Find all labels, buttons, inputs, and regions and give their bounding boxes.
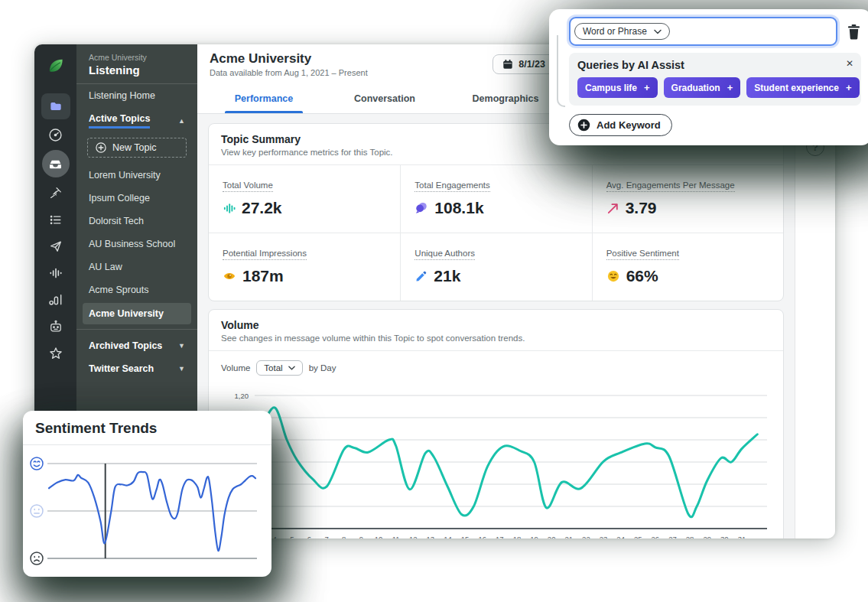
sidebar-topic[interactable]: AU Law	[76, 255, 197, 278]
svg-text:28: 28	[686, 535, 694, 539]
ai-assist-title: Queries by AI Assist	[577, 59, 853, 71]
trend-up-arrow-icon	[606, 202, 619, 215]
tab-demographics[interactable]: Demographics	[450, 84, 561, 113]
svg-text:7: 7	[324, 535, 328, 539]
metric-value: 66%	[626, 267, 658, 285]
svg-text:12: 12	[409, 535, 418, 539]
sidebar-topic-selected[interactable]: Acme University	[83, 303, 191, 324]
metric-unique-authors: Unique Authors 21k	[400, 233, 591, 301]
chevron-up-icon: ▲	[178, 117, 185, 125]
inbox-icon[interactable]	[42, 150, 70, 177]
volume-waveform-icon	[223, 202, 236, 215]
sentiment-line-chart	[28, 451, 263, 566]
plus-icon: +	[727, 82, 733, 93]
plus-icon: +	[846, 82, 852, 93]
list-icon[interactable]	[41, 207, 70, 233]
svg-text:13: 13	[427, 535, 435, 539]
product-title: Listening	[89, 63, 185, 76]
svg-text:11: 11	[392, 535, 400, 539]
volume-line-chart: 1,201,0080045678910111213141516171819202…	[221, 383, 772, 539]
svg-text:9: 9	[359, 535, 363, 539]
metric-value: 3.79	[626, 199, 657, 217]
chevron-down-icon: ▼	[178, 342, 185, 350]
happy-face-icon	[31, 457, 43, 470]
volume-metric-select[interactable]: Total	[256, 360, 302, 376]
add-keyword-button[interactable]: Add Keyword	[569, 114, 672, 136]
svg-text:17: 17	[496, 535, 504, 539]
metric-value: 27.2k	[242, 199, 282, 217]
svg-text:18: 18	[513, 535, 522, 539]
sidebar-header: Acme University Listening	[76, 44, 197, 84]
eye-icon	[223, 269, 236, 283]
ai-suggestion-chip[interactable]: Campus life +	[577, 77, 658, 98]
svg-text:4: 4	[273, 535, 277, 539]
volume-card: Volume See changes in message volume wit…	[208, 309, 784, 539]
tab-conversation[interactable]: Conversation	[329, 84, 441, 113]
new-topic-button[interactable]: New Topic	[87, 138, 187, 158]
svg-text:16: 16	[478, 535, 486, 539]
svg-text:23: 23	[600, 535, 608, 539]
chevron-down-icon	[288, 366, 295, 370]
neutral-face-icon	[31, 505, 43, 517]
keyword-builder-popup: Word or Phrase Queries by AI Assist ✕ Ca…	[549, 9, 868, 145]
data-availability: Data available from Aug 1, 2021 – Presen…	[210, 68, 368, 77]
svg-text:20: 20	[548, 535, 556, 539]
ai-suggestion-chip[interactable]: Graduation +	[664, 77, 741, 98]
sidebar-item-listening-home[interactable]: Listening Home	[76, 84, 197, 107]
close-icon[interactable]: ✕	[846, 58, 853, 69]
paper-plane-icon[interactable]	[41, 233, 70, 259]
svg-text:10: 10	[375, 535, 383, 539]
bar-chart-icon[interactable]	[41, 287, 70, 313]
folder-icon[interactable]	[41, 93, 70, 119]
svg-text:24: 24	[616, 535, 625, 539]
chevron-down-icon: ▼	[178, 365, 185, 373]
volume-control-label: Volume	[221, 363, 250, 373]
svg-text:30: 30	[720, 535, 729, 539]
metric-total-volume: Total Volume 27.2k	[209, 165, 400, 233]
svg-text:8: 8	[342, 535, 346, 539]
page-title: Acme University	[210, 51, 368, 67]
sidebar-topic[interactable]: AU Business School	[76, 233, 197, 255]
volume-subtitle: See changes in message volume within thi…	[221, 334, 771, 343]
metric-avg-engagements: Avg. Engagements Per Message 3.79	[592, 165, 783, 233]
sad-face-icon	[31, 552, 43, 565]
topic-summary-card: Topic Summary View key performance metri…	[208, 123, 784, 301]
robot-icon[interactable]	[41, 314, 70, 340]
section-archived-topics[interactable]: Archived Topics ▼	[76, 334, 197, 357]
svg-text:26: 26	[652, 535, 660, 539]
calendar-icon	[502, 59, 513, 70]
svg-text:15: 15	[461, 535, 470, 539]
volume-title: Volume	[221, 319, 771, 331]
svg-text:22: 22	[582, 535, 590, 539]
section-twitter-search[interactable]: Twitter Search ▼	[76, 357, 197, 380]
star-icon[interactable]	[41, 340, 70, 366]
gauge-icon[interactable]	[41, 122, 70, 148]
smiley-icon	[606, 269, 620, 283]
chat-bubbles-icon	[414, 201, 428, 215]
svg-text:19: 19	[530, 535, 538, 539]
section-active-topics[interactable]: Active Topics ▲	[76, 107, 197, 135]
date-range-button[interactable]: 8/1/23	[493, 54, 555, 74]
svg-text:14: 14	[444, 535, 452, 539]
waveform-icon[interactable]	[41, 260, 70, 286]
topic-summary-subtitle: View key performance metrics for this To…	[221, 148, 771, 157]
sidebar-topic[interactable]: Acme Sprouts	[76, 278, 197, 301]
query-group-bracket	[557, 35, 565, 107]
svg-text:5: 5	[290, 535, 294, 539]
svg-text:1,20: 1,20	[235, 392, 249, 400]
pin-icon[interactable]	[41, 180, 70, 206]
sidebar-topic[interactable]: Ipsum College	[76, 187, 197, 210]
tab-performance[interactable]: Performance	[208, 84, 320, 113]
sidebar-divider	[76, 329, 197, 330]
svg-text:29: 29	[703, 535, 711, 539]
ai-suggestion-chip[interactable]: Student experience +	[746, 77, 859, 98]
sidebar-topic[interactable]: Lorem University	[76, 164, 197, 187]
svg-text:6: 6	[307, 535, 311, 539]
query-type-select[interactable]: Word or Phrase	[574, 23, 670, 40]
chevron-down-icon	[654, 29, 662, 34]
trash-icon[interactable]	[847, 24, 861, 40]
svg-text:31: 31	[738, 535, 746, 539]
keyword-input[interactable]: Word or Phrase	[569, 17, 837, 46]
sidebar-topic[interactable]: Dolorsit Tech	[76, 210, 197, 233]
ai-assist-panel: Queries by AI Assist ✕ Campus life + Gra…	[569, 53, 861, 106]
